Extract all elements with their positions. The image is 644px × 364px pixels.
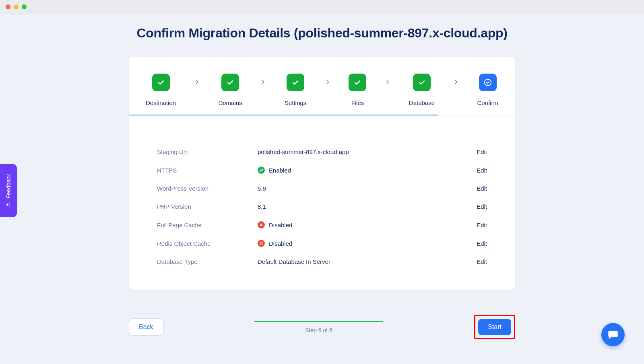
chevron-right-icon [194,79,200,85]
detail-row-redis-cache: Redis Object Cache Disabled Edit [157,234,487,253]
step-files[interactable]: Files [349,74,366,115]
feedback-label: Feedback [5,174,12,198]
detail-value: 8.1 [258,203,477,210]
detail-label: WordPress Version [157,185,258,192]
step-confirm[interactable]: Confirm [477,74,498,115]
edit-link[interactable]: Edit [477,167,487,174]
detail-row-php-version: PHP Version 8.1 Edit [157,197,487,216]
chevron-right-icon [260,79,266,85]
start-button[interactable]: Start [478,319,511,335]
edit-link[interactable]: Edit [477,203,487,210]
detail-label: Database Type [157,258,258,265]
confirmation-card: Destination Domains Settings [129,57,515,290]
edit-link[interactable]: Edit [477,222,487,228]
window-titlebar [0,0,644,14]
detail-label: Staging Url: [157,148,258,155]
check-icon [287,74,304,91]
progress-text: Step 6 of 6 [305,327,332,333]
step-settings[interactable]: Settings [285,74,306,115]
back-button[interactable]: Back [129,319,163,335]
confirm-circle-icon [479,74,497,91]
step-label: Domains [218,99,242,106]
sparkle-icon [6,202,11,208]
chat-icon [607,329,619,340]
step-domains[interactable]: Domains [218,74,242,115]
detail-label: HTTPS [157,167,258,174]
page-title: Confirm Migration Details (polished-summ… [0,26,644,41]
edit-link[interactable]: Edit [477,148,487,155]
detail-label: Redis Object Cache [157,240,258,247]
detail-row-https: HTTPS Enabled Edit [157,161,487,179]
edit-link[interactable]: Edit [477,258,487,265]
status-enabled-icon [258,167,265,174]
details-list: Staging Url: polished-summer-897.x-cloud… [129,115,515,290]
chevron-right-icon [325,79,330,85]
detail-label: Full Page Cache [157,222,258,228]
detail-row-database-type: Database Type Default Database In Server… [157,253,487,271]
detail-row-full-page-cache: Full Page Cache Disabled Edit [157,216,487,234]
stepper: Destination Domains Settings [129,57,515,115]
detail-row-staging-url: Staging Url: polished-summer-897.x-cloud… [157,143,487,161]
progress-indicator: Step 6 of 6 [180,321,458,333]
wizard-footer: Back Step 6 of 6 Start [129,315,515,339]
window-zoom-dot[interactable] [22,4,27,9]
detail-value: polished-summer-897.x-cloud.app [258,148,477,155]
check-icon [152,74,170,91]
edit-link[interactable]: Edit [477,240,487,247]
step-label: Database [409,99,435,106]
progress-bar [254,321,383,322]
window-close-dot[interactable] [6,4,10,9]
detail-value: Enabled [258,167,477,174]
step-destination[interactable]: Destination [146,74,176,115]
step-label: Settings [285,99,306,106]
chat-button[interactable] [601,323,625,346]
check-icon [413,74,431,91]
detail-label: PHP Version [157,203,258,210]
status-disabled-icon [258,240,265,247]
detail-row-wp-version: WordPress Version 5.9 Edit [157,179,487,197]
detail-value: Disabled [258,221,477,228]
detail-value: Default Database In Server [258,258,477,265]
step-label: Destination [146,99,176,106]
start-button-highlight: Start [474,315,515,339]
window-minimize-dot[interactable] [14,4,19,9]
detail-value: 5.9 [258,185,477,192]
step-label: Confirm [477,99,498,106]
check-icon [221,74,239,91]
edit-link[interactable]: Edit [477,185,487,192]
step-database[interactable]: Database [409,74,435,115]
chevron-right-icon [453,79,459,85]
feedback-tab[interactable]: Feedback [0,164,17,217]
detail-value: Disabled [258,240,477,247]
chevron-right-icon [385,79,390,85]
step-label: Files [351,99,364,106]
status-disabled-icon [258,221,265,228]
check-icon [349,74,366,91]
